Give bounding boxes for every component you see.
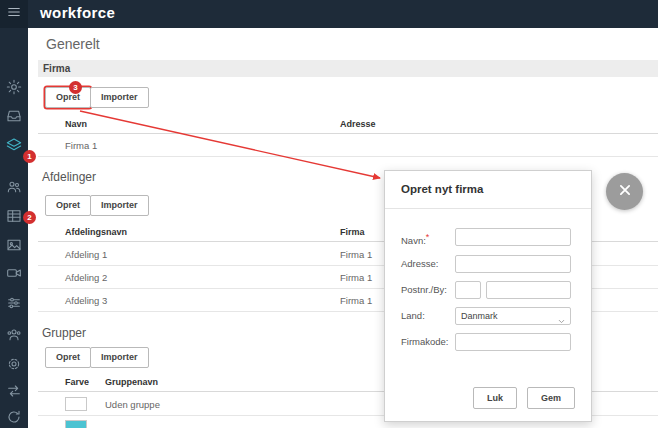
required-marker: *: [426, 232, 430, 242]
cell-firma: Firma 1: [340, 289, 372, 312]
refresh-icon[interactable]: [6, 409, 22, 425]
grupper-importer-button[interactable]: Importer: [90, 347, 149, 368]
gear-icon[interactable]: [6, 356, 22, 372]
firma-table-header: Navn Adresse: [38, 115, 658, 134]
cell-gruppenavn: Uden gruppe: [105, 393, 160, 416]
hamburger-menu-button[interactable]: [0, 0, 28, 28]
cell-navn: Firma 1: [65, 134, 97, 157]
swap-icon[interactable]: [6, 383, 22, 399]
col-header-farve: Farve: [65, 373, 89, 392]
cell-afdelingsnavn: Afdeling 2: [65, 266, 107, 289]
color-swatch: [65, 397, 87, 411]
firmakode-label: Firmakode:: [401, 333, 449, 351]
video-icon[interactable]: [6, 265, 22, 281]
by-field[interactable]: [486, 281, 571, 299]
navn-label: Navn:*: [401, 228, 429, 250]
dialog-header: Opret nyt firma: [385, 171, 591, 209]
app-window: workforce Generelt Firma Opret Importer …: [0, 0, 658, 428]
annotation-badge-1: 1: [23, 150, 36, 163]
sliders-icon[interactable]: [6, 295, 22, 311]
gem-button[interactable]: Gem: [527, 387, 575, 409]
sidebar: [0, 28, 28, 428]
hamburger-icon: [7, 5, 21, 23]
app-logo: workforce: [40, 4, 115, 21]
table-row[interactable]: Firma 1: [38, 134, 658, 157]
section-header-firma: Firma: [38, 60, 658, 77]
afdelinger-opret-button[interactable]: Opret: [45, 195, 91, 216]
topbar: workforce: [0, 0, 658, 28]
close-dialog-button[interactable]: [606, 173, 643, 210]
col-header-navn: Navn: [65, 115, 87, 134]
page-title: Generelt: [46, 36, 100, 52]
postnr-field[interactable]: [455, 281, 481, 299]
table-icon[interactable]: [6, 208, 22, 224]
firma-opret-button[interactable]: Opret: [45, 87, 91, 108]
cell-firma: Firma 1: [340, 266, 372, 289]
section-title-firma: Firma: [38, 60, 658, 77]
image-icon[interactable]: [6, 237, 22, 253]
adresse-label: Adresse:: [401, 255, 439, 273]
col-header-firma: Firma: [340, 223, 365, 242]
adresse-field[interactable]: [455, 255, 571, 273]
grupper-opret-button[interactable]: Opret: [45, 347, 91, 368]
close-icon: [616, 181, 634, 203]
firma-importer-button[interactable]: Importer: [90, 87, 149, 108]
inbox-icon[interactable]: [6, 108, 22, 124]
opret-nyt-firma-dialog: Opret nyt firma Navn:* Adresse: Postnr./…: [384, 170, 592, 422]
land-label: Land:: [401, 307, 425, 325]
users-icon[interactable]: [6, 179, 22, 195]
annotation-badge-3: 3: [69, 81, 82, 94]
col-header-gruppenavn: Gruppenavn: [105, 373, 158, 392]
section-title-grupper: Grupper: [42, 326, 86, 340]
postnr-by-label: Postnr./By:: [401, 281, 447, 299]
firmakode-field[interactable]: [455, 333, 571, 351]
land-select[interactable]: Danmark: [455, 307, 571, 325]
navn-field[interactable]: [455, 228, 571, 246]
annotation-badge-2: 2: [23, 211, 36, 224]
afdelinger-importer-button[interactable]: Importer: [90, 195, 149, 216]
team-icon[interactable]: [6, 327, 22, 343]
brightness-icon[interactable]: [6, 79, 22, 95]
land-selected-value: Danmark: [461, 308, 498, 324]
luk-button[interactable]: Luk: [473, 387, 517, 409]
dialog-title: Opret nyt firma: [401, 183, 483, 195]
cell-firma: Firma 1: [340, 243, 372, 266]
color-swatch: [65, 420, 87, 428]
section-title-afdelinger: Afdelinger: [42, 170, 96, 184]
cell-afdelingsnavn: Afdeling 1: [65, 243, 107, 266]
layers-icon[interactable]: [6, 137, 22, 153]
cell-afdelingsnavn: Afdeling 3: [65, 289, 107, 312]
col-header-adresse: Adresse: [340, 115, 376, 134]
chevron-down-icon: [557, 312, 566, 321]
col-header-afdelingsnavn: Afdelingsnavn: [65, 223, 127, 242]
